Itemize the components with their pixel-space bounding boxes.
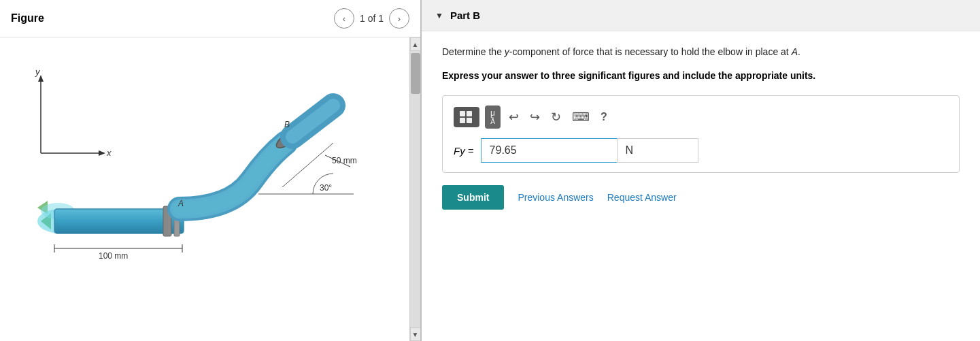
prev-button[interactable]: ‹ [334,8,354,29]
svg-rect-29 [467,111,472,116]
next-button[interactable]: › [389,8,409,29]
svg-text:B: B [284,120,290,129]
input-row: Fy = [454,138,948,163]
svg-rect-31 [467,118,472,123]
bold-instruction: Express your answer to three significant… [442,69,960,83]
undo-button[interactable]: ↩ [506,108,522,126]
scroll-track [410,51,420,327]
submit-button[interactable]: Submit [442,185,504,210]
svg-marker-4 [99,150,105,156]
left-panel: Figure ‹ 1 of 1 › y x [0,0,422,341]
svg-text:y: y [35,67,41,77]
svg-rect-28 [460,111,465,116]
page-indicator: 1 of 1 [360,13,384,24]
action-row: Submit Previous Answers Request Answer [442,185,960,210]
part-header: ▼ Part B [422,0,980,31]
problem-description: Determine the y-component of force that … [442,45,960,59]
svg-text:30°: 30° [320,183,332,193]
refresh-button[interactable]: ↻ [548,108,564,126]
svg-text:100 mm: 100 mm [99,251,128,261]
equation-label: Fy = [454,145,474,157]
right-panel: ▼ Part B Determine the y-component of fo… [422,0,980,341]
scrollbar[interactable]: ▲ ▼ [409,37,420,341]
figure-svg: y x [0,37,381,323]
part-title: Part B [450,10,480,21]
matrix-button[interactable] [454,107,479,127]
svg-text:x: x [106,148,112,158]
figure-content: y x [0,37,409,341]
collapse-icon[interactable]: ▼ [435,11,443,20]
unit-button[interactable]: μÅ [485,105,501,129]
scroll-thumb[interactable] [411,53,420,94]
help-button[interactable]: ? [598,110,610,125]
nav-controls: ‹ 1 of 1 › [334,8,409,29]
units-input[interactable] [617,138,698,163]
redo-button[interactable]: ↪ [527,108,543,126]
toolbar: μÅ ↩ ↪ ↻ ⌨ ? [454,105,948,129]
request-answer-button[interactable]: Request Answer [607,192,677,203]
scroll-down-arrow[interactable]: ▼ [410,327,421,341]
part-body: Determine the y-component of force that … [422,31,980,341]
answer-box: μÅ ↩ ↪ ↻ ⌨ ? Fy = [442,95,960,173]
keyboard-button[interactable]: ⌨ [569,108,592,126]
answer-input[interactable] [481,138,617,163]
svg-text:A: A [178,199,184,208]
svg-rect-30 [460,118,465,123]
scroll-up-arrow[interactable]: ▲ [410,37,421,51]
figure-title: Figure [11,12,323,25]
figure-header: Figure ‹ 1 of 1 › [0,0,420,37]
previous-answers-button[interactable]: Previous Answers [518,192,593,203]
